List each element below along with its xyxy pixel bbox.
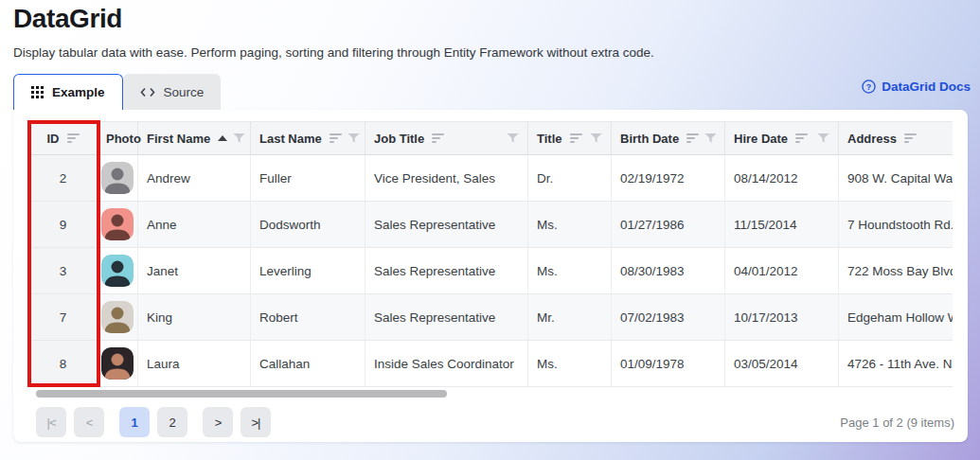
cell-last_name: Fuller xyxy=(251,155,365,201)
column-header-job_title[interactable]: Job Title xyxy=(365,122,528,154)
pager: |< < 12 > >| Page 1 of 2 (9 items) xyxy=(36,407,953,437)
filter-icon[interactable] xyxy=(811,133,829,144)
column-label-photo: Photo xyxy=(106,132,141,146)
svg-text:?: ? xyxy=(866,82,871,92)
cell-job_title: Vice President, Sales xyxy=(365,155,528,201)
column-label-address: Address xyxy=(847,132,897,146)
tabbar: Example Source xyxy=(13,74,221,110)
cell-job_title: Sales Representative xyxy=(365,294,528,340)
column-label-birth_date: Birth Date xyxy=(620,132,679,146)
cell-title: Ms. xyxy=(528,202,612,247)
cell-job_title: Sales Representative xyxy=(365,248,528,293)
filter-icon[interactable] xyxy=(501,133,519,144)
cell-first_name: King xyxy=(138,294,251,340)
grid-icon xyxy=(31,86,44,98)
pager-info: Page 1 of 2 (9 items) xyxy=(840,416,954,430)
tab-example-label: Example xyxy=(52,85,105,99)
pager-page-2[interactable]: 2 xyxy=(157,407,187,437)
table-row[interactable]: 2AndrewFullerVice President, SalesDr.02/… xyxy=(28,155,953,202)
filter-icon[interactable] xyxy=(342,133,360,144)
cell-first_name: Anne xyxy=(138,202,251,247)
column-label-hire_date: Hire Date xyxy=(734,132,788,146)
grid-body: 2AndrewFullerVice President, SalesDr.02/… xyxy=(28,155,953,387)
cell-job_title: Inside Sales Coordinator xyxy=(365,341,528,386)
cell-hire_date: 11/15/2014 xyxy=(725,202,839,247)
table-row[interactable]: 7KingRobertSales RepresentativeMr.07/02/… xyxy=(28,294,953,341)
column-header-birth_date[interactable]: Birth Date xyxy=(612,122,725,154)
datagrid-docs-link[interactable]: ? DataGrid Docs xyxy=(862,80,971,94)
cell-hire_date: 10/17/2013 xyxy=(725,294,839,340)
person-silhouette-icon xyxy=(101,347,134,380)
cell-address: 722 Moss Bay Blvd. xyxy=(839,248,953,293)
cell-first_name: Laura xyxy=(138,341,251,386)
sort-ascending-icon xyxy=(218,135,227,141)
column-label-last_name: Last Name xyxy=(259,132,322,146)
filter-icon[interactable] xyxy=(227,133,245,144)
page-subtitle: Display tabular data with ease. Perform … xyxy=(13,45,654,60)
cell-photo xyxy=(98,155,138,201)
person-silhouette-icon xyxy=(101,208,134,240)
cell-last_name: Dodsworth xyxy=(251,202,365,247)
column-header-photo: Photo xyxy=(98,122,138,154)
column-header-last_name[interactable]: Last Name xyxy=(251,122,365,154)
cell-photo xyxy=(98,294,138,340)
cell-job_title: Sales Representative xyxy=(365,202,528,247)
cell-address: 7 Houndstooth Rd. xyxy=(839,202,953,247)
employee-photo xyxy=(101,162,134,194)
cell-id: 7 xyxy=(28,294,98,340)
horizontal-scrollbar[interactable] xyxy=(28,389,953,398)
filter-icon[interactable] xyxy=(584,133,602,144)
sort-icon xyxy=(570,133,582,143)
scrollbar-thumb[interactable] xyxy=(36,390,447,398)
cell-birth_date: 02/19/1972 xyxy=(612,155,725,201)
table-row[interactable]: 9AnneDodsworthSales RepresentativeMs.01/… xyxy=(28,202,953,248)
column-label-first_name: First Name xyxy=(147,132,210,146)
column-header-address[interactable]: Address xyxy=(839,122,953,154)
column-label-id: ID xyxy=(47,132,60,146)
filter-icon[interactable] xyxy=(699,133,717,144)
pager-next[interactable]: > xyxy=(203,407,233,437)
tab-source[interactable]: Source xyxy=(123,74,222,110)
pager-prev[interactable]: < xyxy=(74,407,104,437)
code-icon xyxy=(140,87,155,97)
docs-link-label: DataGrid Docs xyxy=(882,80,971,94)
pager-last[interactable]: >| xyxy=(241,407,271,437)
cell-first_name: Janet xyxy=(138,248,251,293)
column-header-id[interactable]: ID xyxy=(28,122,98,154)
column-header-first_name[interactable]: First Name xyxy=(138,122,251,154)
employee-photo xyxy=(101,347,134,380)
sort-icon xyxy=(795,133,808,143)
cell-id: 9 xyxy=(28,202,98,247)
sort-icon xyxy=(330,133,342,143)
table-row[interactable]: 3JanetLeverlingSales RepresentativeMs.08… xyxy=(28,248,953,294)
cell-title: Mr. xyxy=(528,294,612,340)
employee-photo xyxy=(101,208,134,240)
cell-id: 8 xyxy=(28,341,98,386)
cell-birth_date: 01/09/1978 xyxy=(612,341,725,386)
cell-address: 908 W. Capital Way xyxy=(839,155,953,201)
tab-example[interactable]: Example xyxy=(13,74,123,110)
datagrid: IDPhotoFirst NameLast NameJob TitleTitle… xyxy=(28,121,953,387)
column-header-hire_date[interactable]: Hire Date xyxy=(725,122,839,154)
sort-icon xyxy=(686,133,699,143)
cell-birth_date: 08/30/1983 xyxy=(612,248,725,293)
column-header-title[interactable]: Title xyxy=(528,122,612,154)
cell-photo xyxy=(98,248,138,293)
cell-hire_date: 03/05/2014 xyxy=(725,341,839,386)
cell-title: Ms. xyxy=(528,341,612,386)
person-silhouette-icon xyxy=(101,162,134,194)
cell-first_name: Andrew xyxy=(138,155,251,201)
table-row[interactable]: 8LauraCallahanInside Sales CoordinatorMs… xyxy=(28,341,953,387)
cell-birth_date: 07/02/1983 xyxy=(612,294,725,340)
cell-last_name: Leverling xyxy=(251,248,365,293)
pager-first[interactable]: |< xyxy=(36,407,66,437)
page-title: DataGrid xyxy=(13,4,122,34)
person-silhouette-icon xyxy=(101,255,134,287)
cell-last_name: Callahan xyxy=(251,341,365,386)
pager-page-1[interactable]: 1 xyxy=(119,407,150,437)
sort-icon xyxy=(904,133,917,143)
column-label-title: Title xyxy=(537,132,562,146)
cell-id: 3 xyxy=(28,248,98,293)
cell-last_name: Robert xyxy=(251,294,365,340)
cell-birth_date: 01/27/1986 xyxy=(612,202,725,247)
